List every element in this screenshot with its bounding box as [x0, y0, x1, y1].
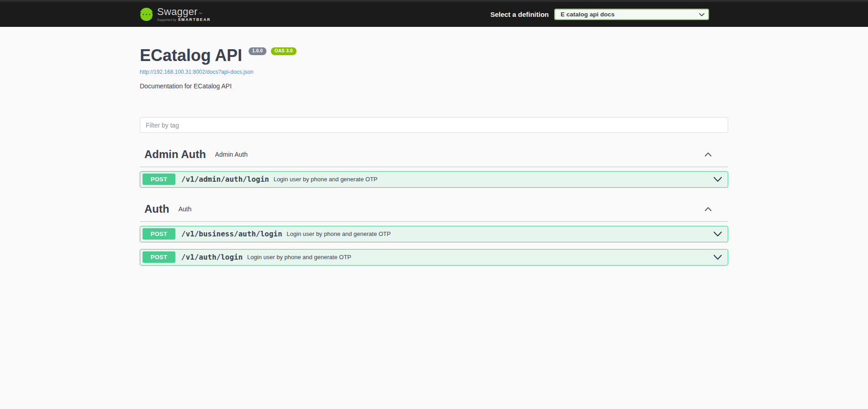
tag-section-admin-auth: Admin Auth Admin Auth POST /v1/admin/aut… [140, 143, 728, 188]
tag-title: Admin Auth [144, 148, 206, 161]
filter-by-tag-input[interactable] [140, 117, 728, 133]
version-badge: 1.0.0 [249, 47, 266, 55]
supported-by-label: Supported by [157, 18, 176, 21]
method-badge: POST [143, 174, 175, 185]
chevron-up-icon [705, 152, 712, 157]
expand-operation-button[interactable] [713, 231, 722, 237]
definition-selector-area: Select a definition E catalog api docs [490, 9, 709, 20]
swagger-logo-text: Swagger™ Supported by SMARTBEAR [157, 7, 211, 22]
swagger-logo[interactable]: {···} Swagger™ Supported by SMARTBEAR [140, 7, 211, 22]
title-badges: 1.0.0 OAS 3.0 [249, 47, 296, 55]
smartbear-brand: SMARTBEAR [178, 18, 211, 22]
method-badge: POST [143, 251, 175, 263]
filter-row [140, 117, 728, 133]
chevron-down-icon [713, 177, 722, 182]
select-definition-label: Select a definition [490, 10, 549, 18]
tag-description: Auth [179, 205, 192, 213]
api-info: ECatalog API 1.0.0 OAS 3.0 http://192.16… [140, 27, 728, 90]
operation-summary: Login user by phone and generate OTP [247, 254, 709, 261]
definition-select[interactable]: E catalog api docs [554, 9, 709, 20]
tag-title: Auth [144, 203, 169, 215]
topbar: {···} Swagger™ Supported by SMARTBEAR Se… [0, 0, 868, 27]
collapse-section-button[interactable] [705, 207, 724, 211]
tag-header-admin-auth[interactable]: Admin Auth Admin Auth [140, 143, 728, 167]
tag-section-auth: Auth Auth POST /v1/business/auth/login L… [140, 197, 728, 266]
api-title-text: ECatalog API [140, 46, 242, 65]
swagger-logo-icon: {···} [140, 8, 153, 21]
expand-operation-button[interactable] [713, 177, 722, 182]
spec-url-link[interactable]: http://192.168.100.31:8002/docs?api-docs… [140, 69, 254, 75]
operation-post-v1-admin-auth-login[interactable]: POST /v1/admin/auth/login Login user by … [140, 171, 728, 188]
expand-operation-button[interactable] [713, 255, 722, 260]
page-title: ECatalog API 1.0.0 OAS 3.0 [140, 46, 728, 65]
chevron-down-icon [713, 231, 722, 237]
operation-summary: Login user by phone and generate OTP [287, 230, 709, 237]
tag-description: Admin Auth [215, 151, 248, 158]
method-badge: POST [143, 228, 175, 240]
collapse-section-button[interactable] [705, 152, 724, 157]
tag-header-auth[interactable]: Auth Auth [140, 197, 728, 222]
operations-list: POST /v1/business/auth/login Login user … [140, 226, 728, 266]
operation-post-v1-business-auth-login[interactable]: POST /v1/business/auth/login Login user … [140, 226, 728, 242]
svg-text:{···}: {···} [140, 11, 153, 18]
trademark-symbol: ™ [199, 12, 202, 16]
operation-path: /v1/business/auth/login [181, 230, 282, 238]
operation-summary: Login user by phone and generate OTP [274, 176, 709, 183]
operations-list: POST /v1/admin/auth/login Login user by … [140, 171, 728, 188]
operation-path: /v1/admin/auth/login [181, 175, 269, 184]
chevron-down-icon [713, 255, 722, 260]
oas-badge: OAS 3.0 [271, 47, 296, 55]
operation-path: /v1/auth/login [181, 253, 243, 261]
chevron-up-icon [705, 207, 712, 211]
definition-select-wrap: E catalog api docs [554, 9, 709, 20]
swagger-brand-name: Swagger [157, 6, 198, 17]
api-description: Documentation for ECatalog API [140, 82, 728, 90]
operation-post-v1-auth-login[interactable]: POST /v1/auth/login Login user by phone … [140, 249, 728, 266]
